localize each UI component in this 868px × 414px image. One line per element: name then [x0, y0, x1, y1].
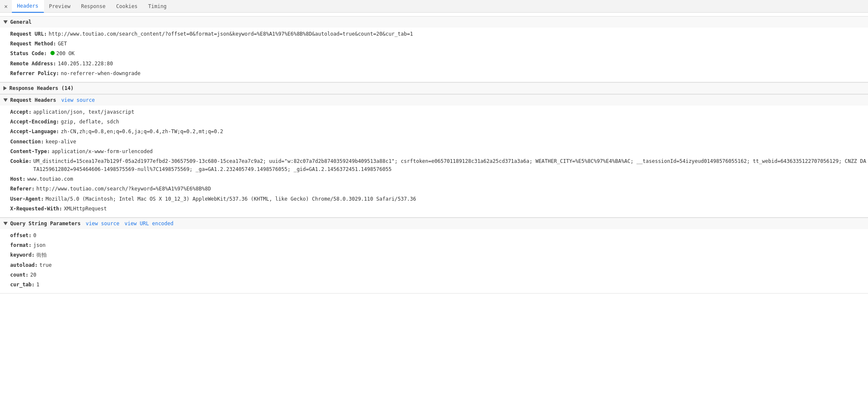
query-string-expand-icon[interactable] — [3, 222, 8, 225]
request-method-label: Request Method: — [10, 40, 56, 48]
offset-row: offset: 0 — [10, 231, 868, 241]
request-headers-section: Request Headers view source Accept: appl… — [0, 94, 868, 218]
keyword-row: keyword: 街拍 — [10, 250, 868, 260]
content-area: General Request URL: http://www.toutiao.… — [0, 13, 868, 297]
request-url-row: Request URL: http://www.toutiao.com/sear… — [10, 29, 868, 39]
request-method-row: Request Method: GET — [10, 39, 868, 49]
referrer-policy-row: Referrer Policy: no-referrer-when-downgr… — [10, 69, 868, 78]
accept-language-label: Accept-Language: — [10, 128, 59, 136]
user-agent-value: Mozilla/5.0 (Macintosh; Intel Mac OS X 1… — [45, 195, 416, 203]
content-type-row: Content-Type: application/x-www-form-url… — [10, 147, 868, 157]
offset-value: 0 — [33, 232, 36, 240]
cookie-label: Cookie: — [10, 157, 32, 165]
accept-value: application/json, text/javascript — [33, 108, 134, 116]
query-string-section-content: offset: 0 format: json keyword: 街拍 autol… — [0, 229, 868, 293]
connection-label: Connection: — [10, 138, 44, 146]
status-code-value: 200 OK — [56, 50, 75, 58]
remote-address-row: Remote Address: 140.205.132.228:80 — [10, 59, 868, 69]
host-value: www.toutiao.com — [27, 175, 73, 183]
accept-encoding-row: Accept-Encoding: gzip, deflate, sdch — [10, 117, 868, 127]
cur-tab-row: cur_tab: 1 — [10, 280, 868, 290]
content-type-label: Content-Type: — [10, 148, 50, 156]
status-code-row: Status Code: 200 OK — [10, 49, 868, 59]
accept-encoding-label: Accept-Encoding: — [10, 118, 59, 126]
connection-row: Connection: keep-alive — [10, 137, 868, 147]
accept-language-value: zh-CN,zh;q=0.8,en;q=0.6,ja;q=0.4,zh-TW;q… — [61, 128, 223, 136]
general-section-content: Request URL: http://www.toutiao.com/sear… — [0, 28, 868, 82]
x-requested-with-value: XMLHttpRequest — [64, 205, 107, 213]
general-expand-icon — [3, 20, 8, 24]
cookie-row: Cookie: UM_distinctid=15cea17ea7b129f-05… — [10, 157, 868, 174]
request-headers-expand-icon[interactable] — [3, 98, 8, 102]
referer-label: Referer: — [10, 185, 35, 193]
response-headers-expand-icon — [3, 86, 7, 90]
content-type-value: application/x-www-form-urlencoded — [52, 148, 153, 156]
request-headers-section-content: Accept: application/json, text/javascrip… — [0, 106, 868, 217]
accept-language-row: Accept-Language: zh-CN,zh;q=0.8,en;q=0.6… — [10, 127, 868, 137]
tab-preview[interactable]: Preview — [44, 0, 76, 13]
tab-response[interactable]: Response — [76, 0, 111, 13]
remote-address-value: 140.205.132.228:80 — [58, 60, 113, 68]
tab-cookies[interactable]: Cookies — [111, 0, 143, 13]
general-section: General Request URL: http://www.toutiao.… — [0, 16, 868, 82]
user-agent-label: User-Agent: — [10, 195, 44, 203]
query-string-section-header: Query String Parameters view source view… — [0, 218, 868, 229]
cur-tab-value: 1 — [36, 281, 39, 289]
query-string-view-source-link[interactable]: view source — [86, 221, 119, 227]
request-url-label: Request URL: — [10, 30, 47, 38]
request-headers-section-title: Request Headers — [10, 97, 56, 103]
referer-value: http://www.toutiao.com/search/?keyword=%… — [36, 185, 211, 193]
status-code-label: Status Code: — [10, 50, 47, 58]
host-label: Host: — [10, 175, 25, 183]
accept-label: Accept: — [10, 108, 32, 116]
host-row: Host: www.toutiao.com — [10, 174, 868, 184]
query-string-section: Query String Parameters view source view… — [0, 218, 868, 294]
devtools-panel: × Headers Preview Response Cookies Timin… — [0, 0, 868, 414]
close-button[interactable]: × — [2, 2, 10, 11]
tab-bar: × Headers Preview Response Cookies Timin… — [0, 0, 868, 13]
offset-label: offset: — [10, 232, 32, 240]
referrer-policy-value: no-referrer-when-downgrade — [61, 70, 141, 78]
request-headers-section-header: Request Headers view source — [0, 94, 868, 106]
general-section-title: General — [10, 19, 32, 25]
request-headers-view-source-link[interactable]: view source — [61, 97, 95, 103]
keyword-label: keyword: — [10, 251, 35, 259]
tab-timing[interactable]: Timing — [143, 0, 172, 13]
query-string-view-url-encoded-link[interactable]: view URL encoded — [125, 221, 174, 227]
user-agent-row: User-Agent: Mozilla/5.0 (Macintosh; Inte… — [10, 194, 868, 204]
tab-headers[interactable]: Headers — [12, 0, 44, 13]
keyword-value: 街拍 — [36, 251, 47, 259]
autoload-label: autoload: — [10, 261, 38, 269]
cur-tab-label: cur_tab: — [10, 281, 35, 289]
remote-address-label: Remote Address: — [10, 60, 56, 68]
accept-row: Accept: application/json, text/javascrip… — [10, 107, 868, 117]
accept-encoding-value: gzip, deflate, sdch — [61, 118, 119, 126]
count-row: count: 20 — [10, 270, 868, 280]
x-requested-with-label: X-Requested-With: — [10, 205, 62, 213]
response-headers-section-title: Response Headers (14) — [9, 85, 74, 91]
general-section-header[interactable]: General — [0, 16, 868, 28]
autoload-row: autoload: true — [10, 260, 868, 270]
count-label: count: — [10, 271, 28, 279]
status-dot-icon — [50, 51, 55, 55]
request-url-value: http://www.toutiao.com/search_content/?o… — [49, 30, 413, 38]
referrer-policy-label: Referrer Policy: — [10, 70, 59, 78]
format-row: format: json — [10, 241, 868, 250]
referer-row: Referer: http://www.toutiao.com/search/?… — [10, 184, 868, 194]
format-label: format: — [10, 241, 32, 249]
response-headers-section: Response Headers (14) — [0, 82, 868, 94]
x-requested-with-row: X-Requested-With: XMLHttpRequest — [10, 204, 868, 214]
response-headers-section-header[interactable]: Response Headers (14) — [0, 82, 868, 94]
cookie-value: UM_distinctid=15cea17ea7b129f-05a2d1977e… — [33, 157, 868, 173]
format-value: json — [33, 241, 46, 249]
query-string-section-title: Query String Parameters — [10, 221, 81, 227]
count-value: 20 — [30, 271, 36, 279]
request-method-value: GET — [58, 40, 67, 48]
autoload-value: true — [39, 261, 52, 269]
connection-value: keep-alive — [45, 138, 76, 146]
